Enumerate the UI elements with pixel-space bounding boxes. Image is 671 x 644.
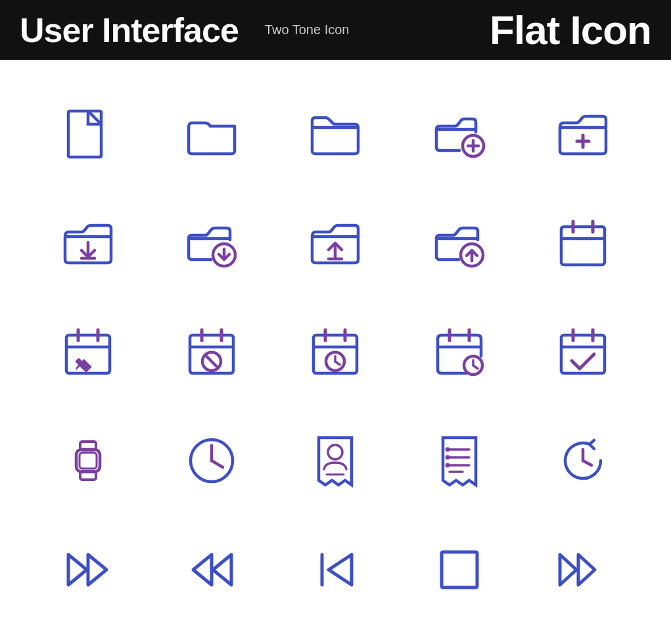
svg-point-67 bbox=[445, 448, 450, 452]
svg-rect-56 bbox=[80, 442, 96, 450]
icon-rewind bbox=[150, 515, 273, 624]
icon-receipt-profile bbox=[273, 406, 397, 515]
icon-calendar-clock bbox=[273, 298, 397, 407]
icon-folder-download-circle bbox=[150, 189, 273, 298]
svg-rect-31 bbox=[190, 335, 233, 373]
icon-smartwatch bbox=[26, 406, 150, 515]
icon-stop bbox=[398, 515, 521, 624]
svg-rect-21 bbox=[561, 227, 605, 265]
svg-marker-79 bbox=[560, 555, 576, 585]
svg-point-61 bbox=[328, 445, 342, 459]
icon-folder-closed bbox=[273, 80, 397, 189]
svg-rect-55 bbox=[80, 453, 97, 469]
flat-label: Flat Icon bbox=[490, 7, 651, 53]
icon-folder-add-circle bbox=[398, 80, 521, 189]
icon-calendar-cancel bbox=[150, 298, 273, 407]
icon-fast-forward bbox=[26, 515, 150, 624]
icon-skip-forward bbox=[521, 515, 645, 624]
icon-calendar bbox=[521, 189, 645, 298]
svg-point-68 bbox=[445, 455, 450, 460]
icon-clock bbox=[150, 406, 273, 515]
svg-marker-73 bbox=[88, 555, 106, 585]
icon-calendar-clock2 bbox=[398, 298, 521, 407]
svg-line-49 bbox=[473, 365, 478, 369]
svg-marker-72 bbox=[68, 555, 87, 585]
icon-skip-back bbox=[273, 515, 397, 624]
icon-calendar-edit bbox=[26, 298, 150, 407]
svg-rect-78 bbox=[442, 552, 477, 587]
svg-rect-37 bbox=[313, 335, 357, 373]
icon-receipt-list bbox=[398, 406, 521, 515]
icon-history bbox=[521, 406, 645, 515]
icons-grid bbox=[0, 60, 671, 644]
icon-folder-download bbox=[26, 189, 150, 298]
svg-line-43 bbox=[335, 361, 340, 365]
icon-folder-upload-circle bbox=[398, 189, 521, 298]
svg-rect-57 bbox=[80, 471, 96, 480]
subtitle: Two Tone Icon bbox=[265, 22, 350, 37]
icon-calendar-check bbox=[521, 298, 645, 407]
svg-marker-77 bbox=[329, 555, 352, 585]
svg-marker-80 bbox=[578, 555, 595, 585]
svg-line-60 bbox=[212, 461, 223, 467]
svg-point-69 bbox=[445, 463, 450, 468]
header: User Interface Two Tone Icon Flat Icon bbox=[0, 0, 671, 60]
main-title: User Interface bbox=[20, 11, 239, 50]
icon-folder-empty bbox=[150, 80, 273, 189]
svg-marker-75 bbox=[193, 555, 212, 585]
icon-folder-upload bbox=[273, 189, 397, 298]
icon-file bbox=[26, 80, 150, 189]
svg-line-71 bbox=[583, 461, 591, 465]
icon-folder-add-cross bbox=[521, 80, 645, 189]
svg-line-36 bbox=[205, 355, 218, 368]
svg-marker-74 bbox=[213, 555, 231, 585]
